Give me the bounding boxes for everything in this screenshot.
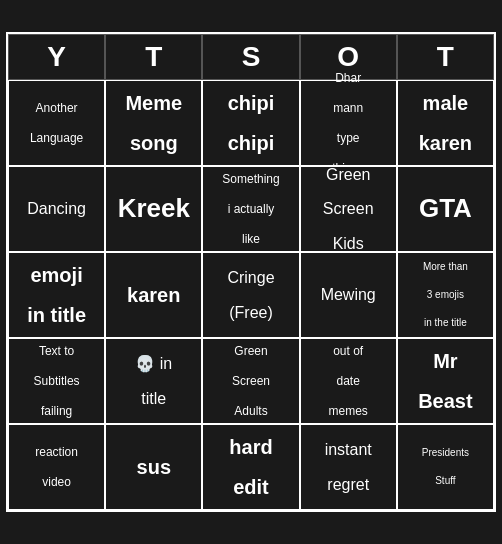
bingo-cell: Mewing	[300, 252, 397, 338]
cell-line: like	[242, 232, 260, 246]
cell-line: Text to	[39, 344, 74, 358]
cell-line: male	[423, 91, 469, 115]
cell-text: Memesong	[125, 91, 182, 155]
cell-line: Mewing	[321, 285, 376, 304]
cell-text: Cringe(Free)	[227, 268, 274, 322]
cell-text: Text toSubtitlesfailing	[34, 344, 80, 418]
cell-line: Kreek	[118, 193, 190, 224]
cell-text: emojiin title	[27, 263, 86, 327]
cell-line: 💀 in	[135, 354, 172, 373]
cell-line: chipi	[228, 91, 275, 115]
cell-line: regret	[327, 475, 369, 494]
bingo-cell: Memesong	[105, 80, 202, 166]
cell-text: More than3 emojisin the title	[423, 261, 468, 328]
header-letter: T	[397, 34, 494, 80]
header-letter: T	[105, 34, 202, 80]
cell-text: reactionvideo	[35, 445, 78, 489]
cell-text: chipichipi	[228, 91, 275, 155]
cell-line: in the title	[424, 317, 467, 329]
cell-text: GreenScreenAdults	[232, 344, 270, 418]
cell-line: video	[42, 475, 71, 489]
bingo-cell: More than3 emojisin the title	[397, 252, 494, 338]
bingo-cell: Cringe(Free)	[202, 252, 299, 338]
cell-text: GreenScreenKids	[323, 165, 374, 254]
cell-line: title	[141, 389, 166, 408]
cell-line: Green	[326, 165, 370, 184]
bingo-cell: hardedit	[202, 424, 299, 510]
cell-line: emoji	[30, 263, 82, 287]
cell-line: hard	[229, 435, 272, 459]
cell-line: out of	[333, 344, 363, 358]
cell-text: 💀 intitle	[135, 354, 172, 408]
cell-line: (Free)	[229, 303, 273, 322]
cell-line: Kids	[333, 234, 364, 253]
cell-line: memes	[329, 404, 368, 418]
cell-line: Another	[36, 101, 78, 115]
bingo-cell: chipichipi	[202, 80, 299, 166]
cell-text: out ofdatememes	[329, 344, 368, 418]
bingo-cell: PresidentsStuff	[397, 424, 494, 510]
cell-line: 3 emojis	[427, 289, 464, 301]
cell-line: Green	[234, 344, 267, 358]
cell-line: sus	[137, 455, 171, 479]
bingo-cell: Dancing	[8, 166, 105, 252]
bingo-grid: AnotherLanguageMemesongchipichipiDharman…	[8, 80, 494, 510]
cell-text: GTA	[419, 193, 472, 224]
header-letter: Y	[8, 34, 105, 80]
bingo-cell: instantregret	[300, 424, 397, 510]
cell-line: type	[337, 131, 360, 145]
bingo-cell: karen	[105, 252, 202, 338]
cell-line: karen	[127, 283, 180, 307]
bingo-cell: reactionvideo	[8, 424, 105, 510]
cell-text: sus	[137, 455, 171, 479]
cell-line: chipi	[228, 131, 275, 155]
cell-text: Somethingi actuallylike	[222, 172, 279, 246]
bingo-cell: GreenScreenAdults	[202, 338, 299, 424]
cell-line: GTA	[419, 193, 472, 224]
bingo-cell: Kreek	[105, 166, 202, 252]
cell-line: mann	[333, 101, 363, 115]
cell-line: Adults	[234, 404, 267, 418]
bingo-cell: GTA	[397, 166, 494, 252]
cell-line: Language	[30, 131, 83, 145]
cell-text: malekaren	[419, 91, 472, 155]
cell-line: Something	[222, 172, 279, 186]
cell-line: karen	[419, 131, 472, 155]
cell-line: instant	[325, 440, 372, 459]
cell-line: Screen	[232, 374, 270, 388]
bingo-cell: Dharmanntypethings	[300, 80, 397, 166]
bingo-cell: out ofdatememes	[300, 338, 397, 424]
bingo-cell: malekaren	[397, 80, 494, 166]
header-letter: S	[202, 34, 299, 80]
bingo-card: YTSOT AnotherLanguageMemesongchipichipiD…	[6, 32, 496, 512]
bingo-cell: sus	[105, 424, 202, 510]
bingo-cell: Text toSubtitlesfailing	[8, 338, 105, 424]
cell-line: i actually	[228, 202, 275, 216]
cell-text: Dharmanntypethings	[332, 71, 364, 175]
cell-text: MrBeast	[418, 349, 472, 413]
cell-line: failing	[41, 404, 72, 418]
cell-line: Screen	[323, 199, 374, 218]
cell-line: Subtitles	[34, 374, 80, 388]
cell-text: instantregret	[325, 440, 372, 494]
cell-line: date	[337, 374, 360, 388]
cell-line: reaction	[35, 445, 78, 459]
cell-line: Meme	[125, 91, 182, 115]
bingo-cell: MrBeast	[397, 338, 494, 424]
cell-text: Mewing	[321, 285, 376, 304]
bingo-cell: 💀 intitle	[105, 338, 202, 424]
cell-line: Beast	[418, 389, 472, 413]
cell-text: PresidentsStuff	[422, 447, 469, 487]
bingo-cell: GreenScreenKids	[300, 166, 397, 252]
header-row: YTSOT	[8, 34, 494, 80]
cell-text: Dancing	[27, 199, 86, 218]
cell-line: edit	[233, 475, 269, 499]
cell-line: Stuff	[435, 475, 455, 487]
cell-line: Dhar	[335, 71, 361, 85]
cell-line: in title	[27, 303, 86, 327]
bingo-cell: Somethingi actuallylike	[202, 166, 299, 252]
cell-line: song	[130, 131, 178, 155]
cell-line: Mr	[433, 349, 457, 373]
cell-line: Dancing	[27, 199, 86, 218]
cell-text: hardedit	[229, 435, 272, 499]
